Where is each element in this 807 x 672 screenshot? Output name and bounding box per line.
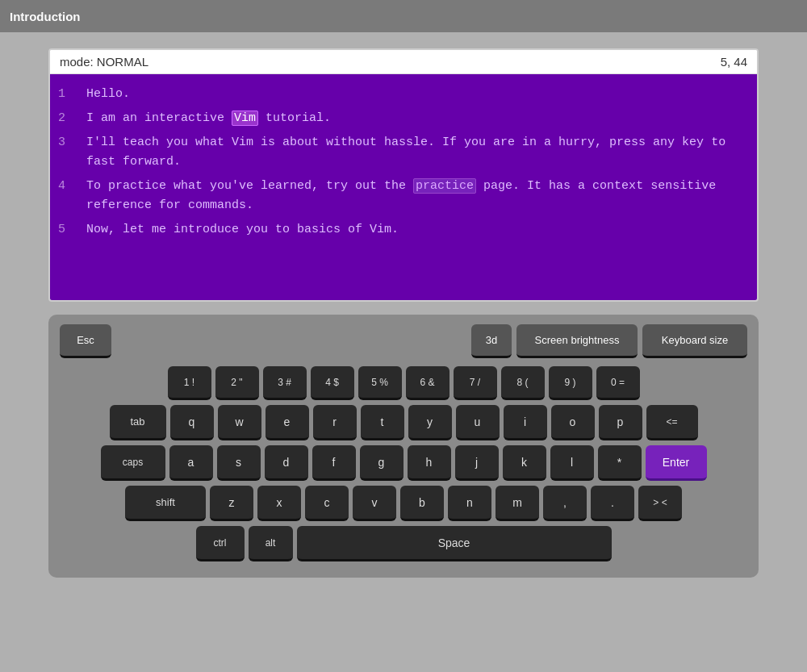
key-m[interactable]: m: [495, 486, 539, 521]
shift-key[interactable]: shift: [125, 486, 206, 521]
line-number-4: 4: [58, 177, 78, 215]
key-comma[interactable]: ,: [543, 486, 587, 521]
key-d[interactable]: d: [265, 445, 308, 481]
key-2[interactable]: 2 ": [215, 366, 259, 400]
key-angle[interactable]: > <: [638, 486, 682, 521]
editor-line-2: 2 I am an interactive Vim tutorial.: [50, 106, 757, 131]
key-8[interactable]: 8 (: [501, 366, 545, 400]
editor-line-5: 5 Now, let me introduce you to basics of…: [50, 218, 757, 242]
key-n[interactable]: n: [448, 486, 491, 521]
keyboard-row-bottom: ctrl alt Space: [60, 526, 747, 561]
keyboard-row-zxcv: shift z x c v b n m , . > <: [60, 486, 747, 521]
screen-brightness-key[interactable]: Screen brightness: [516, 324, 638, 358]
keyboard-top-row: Esc 3d Screen brightness Keyboard size: [60, 324, 747, 358]
key-l[interactable]: l: [550, 445, 594, 481]
top-right-keys: 3d Screen brightness Keyboard size: [471, 324, 747, 358]
key-i[interactable]: i: [504, 405, 547, 440]
key-h[interactable]: h: [408, 445, 451, 481]
editor-content[interactable]: 1 Hello. 2 I am an interactive Vim tutor…: [50, 74, 757, 300]
keyboard-size-key[interactable]: Keyboard size: [642, 324, 747, 358]
editor-window: mode: NORMAL 5, 44 1 Hello. 2 I am an in…: [48, 48, 759, 302]
tab-key[interactable]: tab: [110, 405, 166, 440]
key-y[interactable]: y: [408, 405, 452, 440]
line-number-1: 1: [58, 85, 78, 104]
keyboard-row-qwerty: tab q w e r t y u i o p <=: [60, 405, 747, 440]
title-label: Introduction: [10, 10, 80, 23]
key-4[interactable]: 4 $: [311, 366, 354, 400]
line-content-4: To practice what you've learned, try out…: [86, 177, 749, 215]
3d-key[interactable]: 3d: [471, 324, 512, 358]
ctrl-key[interactable]: ctrl: [196, 526, 245, 561]
title-bar: Introduction: [0, 0, 807, 32]
line-number-3: 3: [58, 133, 78, 172]
key-w[interactable]: w: [218, 405, 261, 440]
key-o[interactable]: o: [551, 405, 595, 440]
caps-key[interactable]: caps: [101, 445, 165, 481]
line-content-2: I am an interactive Vim tutorial.: [86, 109, 749, 128]
editor-position: 5, 44: [721, 55, 747, 69]
key-v[interactable]: v: [353, 486, 396, 521]
key-j[interactable]: j: [455, 445, 499, 481]
main-container: mode: NORMAL 5, 44 1 Hello. 2 I am an in…: [0, 32, 807, 594]
alt-key[interactable]: alt: [249, 526, 293, 561]
key-z[interactable]: z: [210, 486, 253, 521]
key-r[interactable]: r: [313, 405, 357, 440]
line-content-3: I'll teach you what Vim is about without…: [86, 133, 749, 172]
key-x[interactable]: x: [257, 486, 301, 521]
key-e[interactable]: e: [266, 405, 309, 440]
keyboard-container: Esc 3d Screen brightness Keyboard size 1…: [48, 315, 759, 578]
key-a[interactable]: a: [169, 445, 213, 481]
key-3[interactable]: 3 #: [263, 366, 307, 400]
key-star[interactable]: *: [598, 445, 642, 481]
keyboard-row-numbers: 1 ! 2 " 3 # 4 $ 5 % 6 & 7 / 8 ( 9 ) 0 =: [60, 366, 747, 400]
key-7[interactable]: 7 /: [454, 366, 497, 400]
key-5[interactable]: 5 %: [358, 366, 402, 400]
key-period[interactable]: .: [591, 486, 634, 521]
key-c[interactable]: c: [305, 486, 349, 521]
practice-highlight: practice: [413, 178, 476, 194]
vim-highlight: Vim: [232, 111, 258, 126]
line-content-5: Now, let me introduce you to basics of V…: [86, 220, 749, 240]
key-s[interactable]: s: [217, 445, 261, 481]
editor-mode: mode: NORMAL: [60, 55, 148, 69]
line-number-5: 5: [58, 220, 78, 240]
keyboard-row-asdf: caps a s d f g h j k l * Enter: [60, 445, 747, 481]
key-1[interactable]: 1 !: [168, 366, 211, 400]
esc-key[interactable]: Esc: [60, 324, 111, 358]
space-key[interactable]: Space: [297, 526, 612, 561]
key-k[interactable]: k: [503, 445, 546, 481]
line-content-1: Hello.: [86, 85, 749, 104]
editor-line-3: 3 I'll teach you what Vim is about witho…: [50, 131, 757, 174]
key-9[interactable]: 9 ): [549, 366, 592, 400]
line-number-2: 2: [58, 109, 78, 128]
key-p[interactable]: p: [599, 405, 642, 440]
editor-status-bar: mode: NORMAL 5, 44: [50, 50, 757, 74]
key-u[interactable]: u: [456, 405, 500, 440]
enter-key[interactable]: Enter: [646, 445, 707, 481]
key-t[interactable]: t: [361, 405, 404, 440]
key-b[interactable]: b: [400, 486, 444, 521]
key-0[interactable]: 0 =: [596, 366, 640, 400]
editor-line-4: 4 To practice what you've learned, try o…: [50, 174, 757, 218]
key-q[interactable]: q: [170, 405, 214, 440]
key-g[interactable]: g: [360, 445, 404, 481]
backspace-key[interactable]: <=: [646, 405, 698, 440]
editor-line-1: 1 Hello.: [50, 82, 757, 106]
key-f[interactable]: f: [312, 445, 356, 481]
key-6[interactable]: 6 &: [406, 366, 449, 400]
